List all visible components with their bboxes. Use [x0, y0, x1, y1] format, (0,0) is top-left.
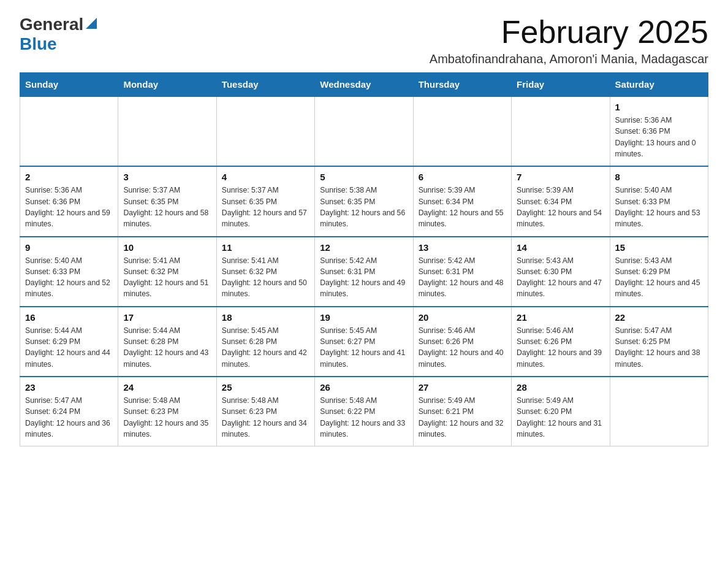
day-info: Sunrise: 5:43 AMSunset: 6:30 PMDaylight:… — [517, 255, 604, 300]
calendar-cell: 16Sunrise: 5:44 AMSunset: 6:29 PMDayligh… — [20, 307, 118, 377]
day-info: Sunrise: 5:39 AMSunset: 6:34 PMDaylight:… — [419, 185, 506, 229]
day-number: 7 — [517, 172, 604, 182]
day-info: Sunrise: 5:48 AMSunset: 6:22 PMDaylight:… — [320, 395, 408, 440]
day-info: Sunrise: 5:38 AMSunset: 6:35 PMDaylight:… — [320, 185, 408, 229]
day-number: 4 — [222, 172, 309, 182]
calendar-cell — [20, 96, 118, 166]
calendar-cell: 25Sunrise: 5:48 AMSunset: 6:23 PMDayligh… — [216, 377, 314, 446]
day-info: Sunrise: 5:43 AMSunset: 6:29 PMDaylight:… — [615, 255, 703, 300]
day-number: 24 — [123, 382, 211, 393]
day-info: Sunrise: 5:37 AMSunset: 6:35 PMDaylight:… — [123, 185, 211, 229]
calendar-cell: 15Sunrise: 5:43 AMSunset: 6:29 PMDayligh… — [610, 237, 708, 307]
calendar-cell: 3Sunrise: 5:37 AMSunset: 6:35 PMDaylight… — [118, 166, 216, 236]
calendar-title-area: February 2025 Ambatofinandrahana, Amoron… — [430, 15, 708, 66]
week-row-2: 2Sunrise: 5:36 AMSunset: 6:36 PMDaylight… — [20, 166, 708, 236]
week-row-4: 16Sunrise: 5:44 AMSunset: 6:29 PMDayligh… — [20, 307, 708, 377]
day-info: Sunrise: 5:36 AMSunset: 6:36 PMDaylight:… — [25, 185, 113, 229]
day-number: 18 — [222, 312, 309, 323]
location-subtitle: Ambatofinandrahana, Amoron'i Mania, Mada… — [430, 52, 708, 66]
calendar-cell: 8Sunrise: 5:40 AMSunset: 6:33 PMDaylight… — [610, 166, 708, 236]
calendar-cell: 4Sunrise: 5:37 AMSunset: 6:35 PMDaylight… — [216, 166, 314, 236]
day-number: 10 — [123, 242, 211, 253]
col-sunday: Sunday — [20, 73, 118, 97]
calendar-cell: 24Sunrise: 5:48 AMSunset: 6:23 PMDayligh… — [118, 377, 216, 446]
col-tuesday: Tuesday — [216, 73, 314, 97]
calendar-header-row: Sunday Monday Tuesday Wednesday Thursday… — [20, 73, 708, 97]
page-header: General Blue February 2025 Ambatofinandr… — [20, 15, 708, 66]
week-row-3: 9Sunrise: 5:40 AMSunset: 6:33 PMDaylight… — [20, 237, 708, 307]
day-info: Sunrise: 5:48 AMSunset: 6:23 PMDaylight:… — [222, 395, 309, 440]
col-saturday: Saturday — [610, 73, 708, 97]
day-info: Sunrise: 5:49 AMSunset: 6:21 PMDaylight:… — [419, 395, 506, 440]
calendar-cell — [118, 96, 216, 166]
calendar-table: Sunday Monday Tuesday Wednesday Thursday… — [20, 72, 708, 446]
calendar-cell: 14Sunrise: 5:43 AMSunset: 6:30 PMDayligh… — [512, 237, 610, 307]
day-info: Sunrise: 5:42 AMSunset: 6:31 PMDaylight:… — [320, 255, 408, 300]
calendar-cell: 18Sunrise: 5:45 AMSunset: 6:28 PMDayligh… — [216, 307, 314, 377]
calendar-cell — [315, 96, 413, 166]
week-row-5: 23Sunrise: 5:47 AMSunset: 6:24 PMDayligh… — [20, 377, 708, 446]
day-info: Sunrise: 5:48 AMSunset: 6:23 PMDaylight:… — [123, 395, 211, 440]
logo-general-text: General — [20, 15, 83, 34]
day-number: 16 — [25, 312, 113, 323]
calendar-cell: 1Sunrise: 5:36 AMSunset: 6:36 PMDaylight… — [610, 96, 708, 166]
day-info: Sunrise: 5:46 AMSunset: 6:26 PMDaylight:… — [517, 325, 604, 370]
day-number: 12 — [320, 242, 408, 253]
day-number: 3 — [123, 172, 211, 182]
day-number: 21 — [517, 312, 604, 323]
day-info: Sunrise: 5:44 AMSunset: 6:28 PMDaylight:… — [123, 325, 211, 370]
day-info: Sunrise: 5:41 AMSunset: 6:32 PMDaylight:… — [123, 255, 211, 300]
calendar-cell: 2Sunrise: 5:36 AMSunset: 6:36 PMDaylight… — [20, 166, 118, 236]
day-number: 23 — [25, 382, 113, 393]
day-info: Sunrise: 5:36 AMSunset: 6:36 PMDaylight:… — [615, 115, 703, 159]
day-number: 15 — [615, 242, 703, 253]
day-number: 6 — [419, 172, 506, 182]
day-number: 25 — [222, 382, 309, 393]
calendar-cell: 10Sunrise: 5:41 AMSunset: 6:32 PMDayligh… — [118, 237, 216, 307]
calendar-cell: 17Sunrise: 5:44 AMSunset: 6:28 PMDayligh… — [118, 307, 216, 377]
day-info: Sunrise: 5:45 AMSunset: 6:27 PMDaylight:… — [320, 325, 408, 370]
logo-blue-text: Blue — [20, 34, 57, 53]
day-number: 26 — [320, 382, 408, 393]
month-title: February 2025 — [430, 15, 708, 50]
day-info: Sunrise: 5:42 AMSunset: 6:31 PMDaylight:… — [419, 255, 506, 300]
col-friday: Friday — [512, 73, 610, 97]
day-number: 20 — [419, 312, 506, 323]
calendar-cell — [512, 96, 610, 166]
calendar-cell: 7Sunrise: 5:39 AMSunset: 6:34 PMDaylight… — [512, 166, 610, 236]
day-info: Sunrise: 5:40 AMSunset: 6:33 PMDaylight:… — [25, 255, 113, 300]
col-thursday: Thursday — [413, 73, 511, 97]
calendar-cell — [413, 96, 511, 166]
calendar-cell: 27Sunrise: 5:49 AMSunset: 6:21 PMDayligh… — [413, 377, 511, 446]
day-number: 28 — [517, 382, 604, 393]
calendar-cell — [216, 96, 314, 166]
calendar-cell: 21Sunrise: 5:46 AMSunset: 6:26 PMDayligh… — [512, 307, 610, 377]
calendar-cell: 19Sunrise: 5:45 AMSunset: 6:27 PMDayligh… — [315, 307, 413, 377]
day-number: 11 — [222, 242, 309, 253]
day-info: Sunrise: 5:46 AMSunset: 6:26 PMDaylight:… — [419, 325, 506, 370]
day-info: Sunrise: 5:41 AMSunset: 6:32 PMDaylight:… — [222, 255, 309, 300]
col-monday: Monday — [118, 73, 216, 97]
day-number: 27 — [419, 382, 506, 393]
calendar-cell: 20Sunrise: 5:46 AMSunset: 6:26 PMDayligh… — [413, 307, 511, 377]
calendar-cell: 6Sunrise: 5:39 AMSunset: 6:34 PMDaylight… — [413, 166, 511, 236]
calendar-cell: 9Sunrise: 5:40 AMSunset: 6:33 PMDaylight… — [20, 237, 118, 307]
calendar-cell: 13Sunrise: 5:42 AMSunset: 6:31 PMDayligh… — [413, 237, 511, 307]
calendar-cell: 26Sunrise: 5:48 AMSunset: 6:22 PMDayligh… — [315, 377, 413, 446]
day-number: 9 — [25, 242, 113, 253]
day-info: Sunrise: 5:40 AMSunset: 6:33 PMDaylight:… — [615, 185, 703, 229]
day-info: Sunrise: 5:39 AMSunset: 6:34 PMDaylight:… — [517, 185, 604, 229]
calendar-cell — [610, 377, 708, 446]
day-number: 22 — [615, 312, 703, 323]
day-number: 1 — [615, 102, 703, 112]
calendar-cell: 11Sunrise: 5:41 AMSunset: 6:32 PMDayligh… — [216, 237, 314, 307]
day-info: Sunrise: 5:49 AMSunset: 6:20 PMDaylight:… — [517, 395, 604, 440]
day-number: 5 — [320, 172, 408, 182]
day-number: 8 — [615, 172, 703, 182]
day-number: 13 — [419, 242, 506, 253]
day-number: 17 — [123, 312, 211, 323]
logo-triangle-icon — [86, 18, 97, 31]
calendar-cell: 28Sunrise: 5:49 AMSunset: 6:20 PMDayligh… — [512, 377, 610, 446]
calendar-cell: 23Sunrise: 5:47 AMSunset: 6:24 PMDayligh… — [20, 377, 118, 446]
day-number: 14 — [517, 242, 604, 253]
